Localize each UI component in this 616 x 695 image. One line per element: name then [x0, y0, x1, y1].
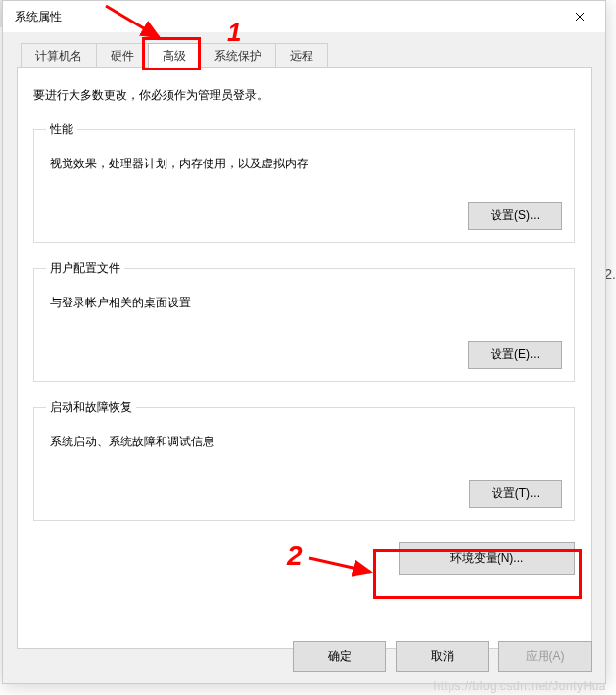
system-properties-window: 系统属性 计算机名 硬件 高级 系统保护 远程 要进行大多数更改，你必须作为管理… [2, 0, 606, 684]
performance-settings-button[interactable]: 设置(S)... [468, 202, 562, 230]
titlebar: 系统属性 [3, 1, 605, 32]
group-user-profiles-legend: 用户配置文件 [46, 260, 124, 277]
group-startup-recovery-desc: 系统启动、系统故障和调试信息 [50, 434, 562, 450]
group-performance: 性能 视觉效果，处理器计划，内存使用，以及虚拟内存 设置(S)... [33, 121, 575, 243]
group-performance-legend: 性能 [46, 121, 77, 138]
group-user-profiles: 用户配置文件 与登录帐户相关的桌面设置 设置(E)... [33, 260, 575, 382]
user-profiles-settings-button[interactable]: 设置(E)... [468, 341, 562, 369]
tab-remote[interactable]: 远程 [275, 43, 328, 68]
apply-button[interactable]: 应用(A) [498, 641, 592, 672]
cancel-button[interactable]: 取消 [396, 641, 489, 672]
window-title: 系统属性 [15, 9, 62, 25]
group-performance-desc: 视觉效果，处理器计划，内存使用，以及虚拟内存 [50, 156, 562, 172]
startup-recovery-settings-button[interactable]: 设置(T)... [469, 480, 562, 508]
dialog-button-row: 确定 取消 应用(A) [293, 641, 592, 672]
ok-button[interactable]: 确定 [293, 641, 386, 672]
tabstrip: 计算机名 硬件 高级 系统保护 远程 [21, 42, 592, 68]
dialog-body: 计算机名 硬件 高级 系统保护 远程 要进行大多数更改，你必须作为管理员登录。 … [3, 32, 605, 683]
tab-hardware[interactable]: 硬件 [96, 43, 149, 68]
environment-variables-button[interactable]: 环境变量(N)... [399, 542, 575, 575]
group-startup-recovery: 启动和故障恢复 系统启动、系统故障和调试信息 设置(T)... [33, 399, 575, 521]
tab-panel-advanced: 要进行大多数更改，你必须作为管理员登录。 性能 视觉效果，处理器计划，内存使用，… [17, 67, 592, 649]
tab-system-protection[interactable]: 系统保护 [200, 43, 276, 68]
close-icon[interactable] [557, 3, 601, 30]
group-user-profiles-desc: 与登录帐户相关的桌面设置 [50, 295, 562, 311]
group-startup-recovery-legend: 启动和故障恢复 [46, 399, 136, 416]
admin-intro-text: 要进行大多数更改，你必须作为管理员登录。 [33, 87, 575, 104]
edge-text: 2. [604, 266, 616, 282]
tab-advanced[interactable]: 高级 [148, 43, 201, 68]
tab-computer-name[interactable]: 计算机名 [21, 43, 97, 68]
